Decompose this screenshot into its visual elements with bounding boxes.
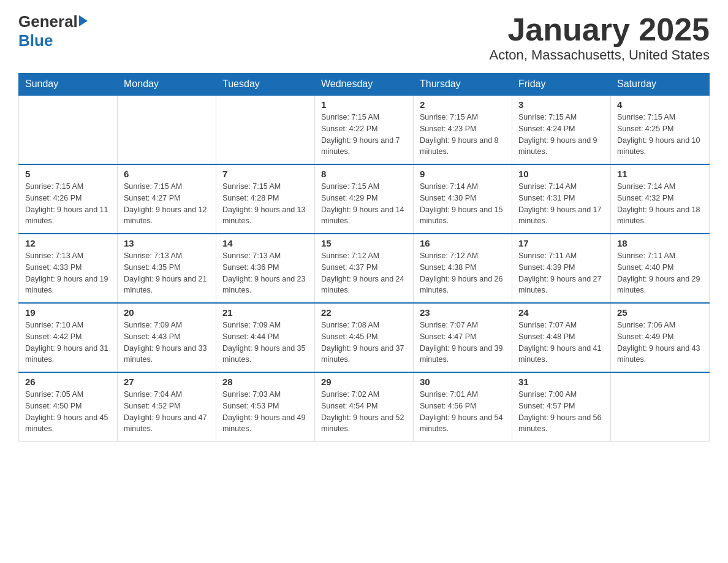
calendar-cell: 8Sunrise: 7:15 AM Sunset: 4:29 PM Daylig… <box>315 164 414 234</box>
logo: General Blue <box>18 12 89 50</box>
day-number: 31 <box>518 377 604 387</box>
day-info: Sunrise: 7:00 AM Sunset: 4:57 PM Dayligh… <box>518 389 604 435</box>
day-number: 8 <box>321 169 407 179</box>
day-info: Sunrise: 7:13 AM Sunset: 4:35 PM Dayligh… <box>124 250 210 296</box>
calendar-cell: 24Sunrise: 7:07 AM Sunset: 4:48 PM Dayli… <box>512 303 611 372</box>
day-info: Sunrise: 7:01 AM Sunset: 4:56 PM Dayligh… <box>420 389 506 435</box>
day-header-wednesday: Wednesday <box>315 74 414 96</box>
day-info: Sunrise: 7:11 AM Sunset: 4:39 PM Dayligh… <box>518 250 604 296</box>
calendar-week-row: 1Sunrise: 7:15 AM Sunset: 4:22 PM Daylig… <box>19 95 710 164</box>
day-info: Sunrise: 7:15 AM Sunset: 4:26 PM Dayligh… <box>25 181 111 227</box>
calendar-cell: 21Sunrise: 7:09 AM Sunset: 4:44 PM Dayli… <box>216 303 315 372</box>
day-number: 24 <box>518 307 604 318</box>
day-info: Sunrise: 7:15 AM Sunset: 4:25 PM Dayligh… <box>617 112 703 158</box>
day-info: Sunrise: 7:09 AM Sunset: 4:44 PM Dayligh… <box>222 320 308 366</box>
day-info: Sunrise: 7:15 AM Sunset: 4:23 PM Dayligh… <box>420 112 506 158</box>
day-header-saturday: Saturday <box>611 74 710 96</box>
calendar-cell: 18Sunrise: 7:11 AM Sunset: 4:40 PM Dayli… <box>611 234 710 303</box>
day-number: 28 <box>222 377 308 387</box>
day-header-tuesday: Tuesday <box>216 74 315 96</box>
day-number: 25 <box>617 307 703 318</box>
day-info: Sunrise: 7:15 AM Sunset: 4:24 PM Dayligh… <box>518 112 604 158</box>
day-number: 11 <box>617 169 703 179</box>
calendar-cell: 11Sunrise: 7:14 AM Sunset: 4:32 PM Dayli… <box>611 164 710 234</box>
day-info: Sunrise: 7:13 AM Sunset: 4:36 PM Dayligh… <box>222 250 308 296</box>
calendar-cell: 3Sunrise: 7:15 AM Sunset: 4:24 PM Daylig… <box>512 95 611 164</box>
calendar-cell: 4Sunrise: 7:15 AM Sunset: 4:25 PM Daylig… <box>611 95 710 164</box>
calendar-cell: 13Sunrise: 7:13 AM Sunset: 4:35 PM Dayli… <box>118 234 216 303</box>
day-header-friday: Friday <box>512 74 611 96</box>
calendar-cell: 30Sunrise: 7:01 AM Sunset: 4:56 PM Dayli… <box>414 372 512 442</box>
day-info: Sunrise: 7:10 AM Sunset: 4:42 PM Dayligh… <box>25 320 111 366</box>
day-number: 2 <box>420 99 506 110</box>
calendar-week-row: 26Sunrise: 7:05 AM Sunset: 4:50 PM Dayli… <box>19 372 710 442</box>
calendar-cell: 20Sunrise: 7:09 AM Sunset: 4:43 PM Dayli… <box>118 303 216 372</box>
calendar-cell: 9Sunrise: 7:14 AM Sunset: 4:30 PM Daylig… <box>414 164 512 234</box>
day-info: Sunrise: 7:04 AM Sunset: 4:52 PM Dayligh… <box>124 389 210 435</box>
day-number: 3 <box>518 99 604 110</box>
day-number: 17 <box>518 238 604 248</box>
calendar-cell: 19Sunrise: 7:10 AM Sunset: 4:42 PM Dayli… <box>19 303 118 372</box>
day-number: 21 <box>222 307 308 318</box>
calendar-cell: 16Sunrise: 7:12 AM Sunset: 4:38 PM Dayli… <box>414 234 512 303</box>
day-number: 6 <box>124 169 210 179</box>
day-info: Sunrise: 7:14 AM Sunset: 4:30 PM Dayligh… <box>420 181 506 227</box>
calendar-week-row: 12Sunrise: 7:13 AM Sunset: 4:33 PM Dayli… <box>19 234 710 303</box>
day-number: 14 <box>222 238 308 248</box>
day-info: Sunrise: 7:06 AM Sunset: 4:49 PM Dayligh… <box>617 320 703 366</box>
logo-blue-text: Blue <box>18 31 53 50</box>
calendar-cell: 17Sunrise: 7:11 AM Sunset: 4:39 PM Dayli… <box>512 234 611 303</box>
day-number: 7 <box>222 169 308 179</box>
location-title: Acton, Massachusetts, United States <box>489 47 710 63</box>
calendar-cell <box>611 372 710 442</box>
day-info: Sunrise: 7:15 AM Sunset: 4:27 PM Dayligh… <box>124 181 210 227</box>
calendar-cell <box>216 95 315 164</box>
day-number: 1 <box>321 99 407 110</box>
calendar-cell: 22Sunrise: 7:08 AM Sunset: 4:45 PM Dayli… <box>315 303 414 372</box>
day-info: Sunrise: 7:03 AM Sunset: 4:53 PM Dayligh… <box>222 389 308 435</box>
calendar-cell: 12Sunrise: 7:13 AM Sunset: 4:33 PM Dayli… <box>19 234 118 303</box>
day-info: Sunrise: 7:11 AM Sunset: 4:40 PM Dayligh… <box>617 250 703 296</box>
day-info: Sunrise: 7:08 AM Sunset: 4:45 PM Dayligh… <box>321 320 407 366</box>
day-info: Sunrise: 7:12 AM Sunset: 4:38 PM Dayligh… <box>420 250 506 296</box>
calendar-cell <box>118 95 216 164</box>
day-info: Sunrise: 7:07 AM Sunset: 4:47 PM Dayligh… <box>420 320 506 366</box>
calendar-cell: 1Sunrise: 7:15 AM Sunset: 4:22 PM Daylig… <box>315 95 414 164</box>
month-title: January 2025 <box>489 12 710 47</box>
day-info: Sunrise: 7:15 AM Sunset: 4:28 PM Dayligh… <box>222 181 308 227</box>
calendar-week-row: 5Sunrise: 7:15 AM Sunset: 4:26 PM Daylig… <box>19 164 710 234</box>
calendar-cell: 10Sunrise: 7:14 AM Sunset: 4:31 PM Dayli… <box>512 164 611 234</box>
day-number: 5 <box>25 169 111 179</box>
logo-general-text: General <box>18 12 78 31</box>
calendar-week-row: 19Sunrise: 7:10 AM Sunset: 4:42 PM Dayli… <box>19 303 710 372</box>
day-header-monday: Monday <box>118 74 216 96</box>
day-info: Sunrise: 7:09 AM Sunset: 4:43 PM Dayligh… <box>124 320 210 366</box>
day-number: 29 <box>321 377 407 387</box>
day-number: 9 <box>420 169 506 179</box>
title-block: January 2025 Acton, Massachusetts, Unite… <box>489 12 710 63</box>
calendar-cell: 7Sunrise: 7:15 AM Sunset: 4:28 PM Daylig… <box>216 164 315 234</box>
day-info: Sunrise: 7:15 AM Sunset: 4:22 PM Dayligh… <box>321 112 407 158</box>
day-info: Sunrise: 7:05 AM Sunset: 4:50 PM Dayligh… <box>25 389 111 435</box>
day-number: 19 <box>25 307 111 318</box>
calendar-cell: 6Sunrise: 7:15 AM Sunset: 4:27 PM Daylig… <box>118 164 216 234</box>
calendar-cell: 15Sunrise: 7:12 AM Sunset: 4:37 PM Dayli… <box>315 234 414 303</box>
day-header-thursday: Thursday <box>414 74 512 96</box>
day-number: 4 <box>617 99 703 110</box>
day-number: 12 <box>25 238 111 248</box>
day-number: 18 <box>617 238 703 248</box>
day-info: Sunrise: 7:02 AM Sunset: 4:54 PM Dayligh… <box>321 389 407 435</box>
day-number: 27 <box>124 377 210 387</box>
calendar-cell: 5Sunrise: 7:15 AM Sunset: 4:26 PM Daylig… <box>19 164 118 234</box>
day-number: 10 <box>518 169 604 179</box>
calendar-cell: 31Sunrise: 7:00 AM Sunset: 4:57 PM Dayli… <box>512 372 611 442</box>
day-number: 23 <box>420 307 506 318</box>
calendar-cell: 26Sunrise: 7:05 AM Sunset: 4:50 PM Dayli… <box>19 372 118 442</box>
day-info: Sunrise: 7:14 AM Sunset: 4:32 PM Dayligh… <box>617 181 703 227</box>
calendar-cell: 25Sunrise: 7:06 AM Sunset: 4:49 PM Dayli… <box>611 303 710 372</box>
day-number: 26 <box>25 377 111 387</box>
day-info: Sunrise: 7:15 AM Sunset: 4:29 PM Dayligh… <box>321 181 407 227</box>
day-info: Sunrise: 7:13 AM Sunset: 4:33 PM Dayligh… <box>25 250 111 296</box>
calendar-cell: 27Sunrise: 7:04 AM Sunset: 4:52 PM Dayli… <box>118 372 216 442</box>
day-header-sunday: Sunday <box>19 74 118 96</box>
